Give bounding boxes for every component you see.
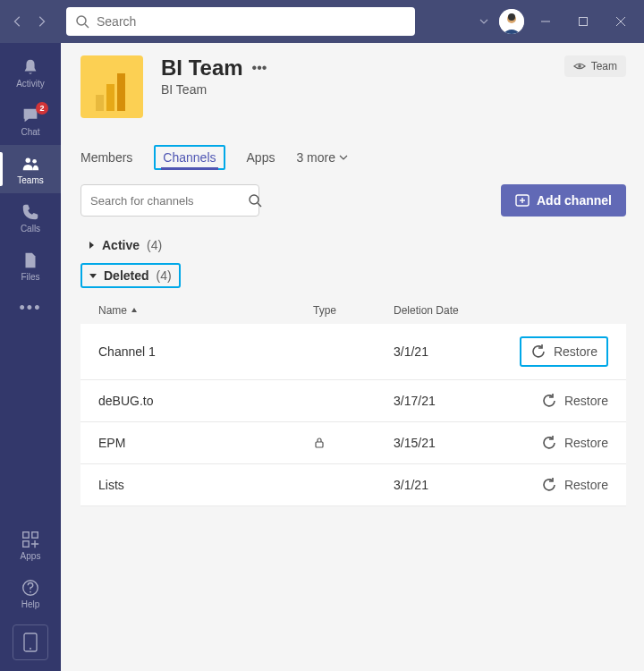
close-button[interactable] — [605, 7, 637, 36]
phone-icon — [21, 202, 40, 222]
bell-icon — [21, 57, 40, 77]
restore-icon — [541, 435, 557, 451]
search-icon — [75, 14, 89, 29]
restore-label: Restore — [564, 394, 608, 408]
group-active-count: (4) — [147, 238, 162, 252]
sort-asc-icon — [131, 307, 138, 314]
tab-members[interactable]: Members — [80, 145, 132, 170]
global-search-input[interactable] — [97, 14, 406, 29]
svg-line-23 — [258, 203, 261, 207]
rail-help[interactable]: Help — [0, 569, 61, 617]
group-deleted[interactable]: Deleted (4) — [80, 263, 181, 288]
svg-point-22 — [250, 195, 258, 204]
channel-name: Lists — [98, 478, 313, 492]
team-subtitle: BI Team — [161, 82, 267, 97]
group-active-label: Active — [102, 238, 140, 252]
channel-search[interactable] — [80, 184, 259, 217]
rail-more[interactable]: ••• — [20, 290, 42, 327]
rail-apps[interactable]: Apps — [0, 521, 61, 569]
caret-right-icon — [88, 242, 95, 249]
header-type[interactable]: Type — [313, 304, 394, 317]
rail-activity[interactable]: Activity — [0, 48, 61, 97]
chevron-down-icon — [339, 153, 348, 162]
restore-button[interactable]: Restore — [541, 393, 608, 409]
eye-icon — [573, 60, 586, 72]
svg-rect-12 — [32, 531, 38, 537]
svg-line-1 — [85, 24, 89, 28]
add-channel-button[interactable]: Add channel — [501, 184, 626, 217]
app-rail: Activity 2 Chat Teams Calls Files ••• Ap… — [0, 43, 61, 671]
table-header: Name Type Deletion Date — [80, 297, 626, 324]
restore-icon — [530, 344, 547, 360]
tabs: Members Channels Apps 3 more — [80, 145, 626, 170]
rail-chat[interactable]: 2 Chat — [0, 97, 61, 145]
titlebar-right — [474, 7, 637, 36]
restore-button[interactable]: Restore — [541, 435, 608, 451]
apps-icon — [21, 530, 40, 549]
nav-arrows — [7, 11, 52, 32]
table-row: EPM 3/15/21 Restore — [80, 422, 626, 464]
rail-label: Activity — [16, 79, 45, 89]
chat-badge: 2 — [36, 102, 48, 115]
rail-calls[interactable]: Calls — [0, 193, 61, 242]
teams-icon — [21, 154, 40, 174]
table-row: Lists 3/1/21 Restore — [80, 464, 626, 506]
restore-label: Restore — [564, 478, 608, 492]
team-visibility-label: Team — [591, 60, 617, 72]
deletion-date: 3/1/21 — [394, 344, 501, 359]
rail-files[interactable]: Files — [0, 242, 61, 290]
tab-more[interactable]: 3 more — [296, 145, 348, 170]
svg-point-21 — [578, 64, 581, 68]
team-header: BI Team ••• BI Team Team — [80, 55, 626, 118]
svg-point-9 — [26, 157, 31, 163]
tab-apps[interactable]: Apps — [247, 145, 275, 170]
tab-channels[interactable]: Channels — [154, 145, 225, 170]
team-title: BI Team — [161, 55, 243, 81]
group-deleted-label: Deleted — [104, 268, 149, 283]
svg-point-15 — [30, 590, 31, 592]
back-button[interactable] — [7, 11, 29, 32]
restore-label: Restore — [554, 344, 597, 359]
svg-point-4 — [508, 13, 515, 21]
rail-label: Chat — [21, 127, 39, 137]
svg-rect-13 — [23, 540, 29, 546]
svg-point-0 — [77, 16, 86, 25]
lock-icon — [313, 437, 394, 449]
header-name[interactable]: Name — [98, 304, 313, 317]
restore-icon — [541, 477, 557, 493]
minimize-button[interactable] — [530, 7, 562, 36]
header-date[interactable]: Deletion Date — [394, 304, 501, 317]
rail-label: Teams — [17, 175, 43, 185]
team-tile — [80, 55, 143, 118]
account-dropdown[interactable] — [474, 17, 494, 26]
add-channel-label: Add channel — [537, 193, 612, 208]
tools-row: Add channel — [80, 184, 626, 217]
channel-name: EPM — [98, 436, 313, 450]
svg-rect-18 — [96, 95, 104, 111]
svg-rect-20 — [117, 73, 125, 111]
svg-rect-11 — [23, 531, 29, 537]
global-search[interactable] — [66, 7, 415, 36]
restore-icon — [541, 393, 557, 409]
channel-search-input[interactable] — [90, 194, 241, 208]
forward-button[interactable] — [30, 11, 52, 32]
rail-teams[interactable]: Teams — [0, 145, 61, 193]
svg-point-17 — [30, 648, 31, 650]
avatar[interactable] — [499, 9, 524, 34]
help-icon — [21, 578, 40, 598]
team-visibility-button[interactable]: Team — [564, 55, 626, 77]
maximize-button[interactable] — [567, 7, 599, 36]
powerbi-icon — [94, 72, 130, 111]
restore-button[interactable]: Restore — [541, 477, 608, 493]
restore-button[interactable]: Restore — [520, 336, 608, 367]
svg-rect-6 — [580, 18, 588, 26]
table-row: Channel 1 3/1/21 Restore — [80, 324, 626, 380]
caret-down-icon — [89, 272, 97, 279]
rail-mobile[interactable] — [13, 624, 48, 660]
table-row: deBUG.to 3/17/21 Restore — [80, 380, 626, 422]
svg-rect-27 — [316, 442, 323, 447]
mobile-icon — [23, 633, 38, 652]
group-active[interactable]: Active (4) — [80, 233, 626, 258]
team-more-button[interactable]: ••• — [252, 60, 267, 76]
svg-point-10 — [32, 158, 37, 163]
